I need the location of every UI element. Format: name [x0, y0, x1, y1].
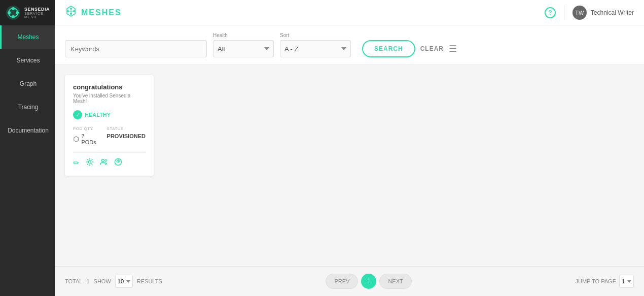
topbar-title: MESHES — [81, 8, 122, 17]
settings-icon[interactable] — [86, 158, 94, 168]
jump-label: JUMP TO PAGE — [576, 278, 617, 284]
card-title: congratulations — [73, 83, 146, 91]
sidebar: SENSEDIA SERVICE MESH Meshes Services Gr… — [0, 0, 55, 296]
sidebar-item-label: Graph — [20, 80, 37, 87]
svg-point-8 — [70, 13, 72, 15]
svg-point-3 — [12, 15, 15, 18]
status-value: PROVISIONED — [107, 133, 146, 139]
monitor-icon[interactable] — [114, 158, 122, 168]
avatar: TW — [573, 6, 587, 20]
clear-button[interactable]: CLEAR — [420, 45, 444, 52]
health-group: Health All Healthy Unhealthy — [213, 32, 274, 57]
card-info: POD QTY 7 PODs STATUS PROVISIONED — [73, 126, 146, 145]
svg-point-15 — [102, 159, 104, 162]
topbar: MESHES ? TW Technical Writer — [55, 0, 644, 25]
topbar-logo: MESHES — [65, 5, 122, 20]
svg-point-2 — [12, 7, 15, 10]
topbar-right: ? TW Technical Writer — [545, 5, 634, 20]
status-group: STATUS PROVISIONED — [107, 126, 146, 145]
sidebar-item-meshes[interactable]: Meshes — [0, 25, 55, 49]
current-page[interactable]: 1 — [361, 274, 376, 289]
filter-bar: Health All Healthy Unhealthy Sort A - Z … — [55, 25, 644, 65]
sort-select[interactable]: A - Z Z - A — [280, 40, 351, 57]
card-subtitle: You've installed Sensedia Mesh! — [73, 93, 146, 104]
health-label-text: HEALTHY — [85, 112, 111, 118]
sidebar-logo: SENSEDIA SERVICE MESH — [0, 0, 55, 25]
main-content: MESHES ? TW Technical Writer Health All … — [55, 0, 644, 296]
health-badge: ✓ HEALTHY — [73, 110, 146, 119]
mesh-card: congratulations You've installed Sensedi… — [65, 75, 154, 176]
grid-menu-icon[interactable]: ☰ — [449, 43, 457, 54]
svg-point-4 — [8, 11, 11, 14]
show-label: SHOW — [94, 278, 111, 284]
sidebar-item-label: Tracing — [18, 104, 39, 111]
sidebar-item-graph[interactable]: Graph — [0, 72, 55, 95]
user-name: Technical Writer — [591, 9, 634, 16]
next-button[interactable]: NEXT — [379, 274, 411, 289]
question-icon: ? — [548, 9, 552, 16]
total-label: TOTAL — [65, 278, 82, 284]
card-actions: ✏ — [73, 158, 146, 168]
status-label: STATUS — [107, 126, 146, 131]
svg-point-16 — [105, 159, 107, 161]
prev-button[interactable]: PREV — [326, 274, 358, 289]
sidebar-item-label: Services — [16, 57, 40, 64]
sidebar-item-services[interactable]: Services — [0, 49, 55, 72]
sidebar-nav: Meshes Services Graph Tracing Documentat… — [0, 25, 55, 296]
pod-icon — [73, 136, 79, 143]
users-icon[interactable] — [100, 158, 108, 168]
content-area: congratulations You've installed Sensedi… — [55, 65, 644, 266]
sort-group: Sort A - Z Z - A — [280, 32, 351, 57]
topbar-divider — [564, 5, 564, 20]
card-divider — [73, 152, 146, 153]
avatar-initials: TW — [575, 10, 584, 16]
pod-qty-label: POD QTY — [73, 126, 99, 131]
help-button[interactable]: ? — [545, 7, 556, 18]
results-label: RESULTS — [137, 278, 162, 284]
sidebar-item-label: Meshes — [17, 34, 39, 41]
jump-to-page: JUMP TO PAGE 1 — [576, 275, 634, 288]
svg-point-5 — [16, 11, 19, 14]
pod-qty-value: 7 PODs — [73, 133, 99, 145]
keywords-group — [65, 40, 207, 57]
health-check-icon: ✓ — [73, 110, 82, 119]
svg-point-14 — [89, 161, 91, 163]
pod-qty-group: POD QTY 7 PODs — [73, 126, 99, 145]
sort-label: Sort — [280, 32, 351, 38]
pod-qty-number: 7 PODs — [81, 133, 98, 145]
health-select[interactable]: All Healthy Unhealthy — [213, 40, 274, 57]
sidebar-item-tracing[interactable]: Tracing — [0, 95, 55, 119]
svg-point-10 — [73, 10, 75, 12]
logo-name: SENSEDIA — [24, 7, 50, 12]
user-area: TW Technical Writer — [573, 6, 634, 20]
pagination-bar: TOTAL 1 SHOW 10 25 50 RESULTS PREV 1 NEX… — [55, 266, 644, 296]
search-input[interactable] — [65, 40, 207, 57]
logo-subtitle: SERVICE MESH — [24, 12, 50, 19]
svg-marker-13 — [74, 137, 79, 142]
meshes-icon — [65, 5, 77, 20]
page-controls: PREV 1 NEXT — [166, 274, 571, 289]
filter-actions: SEARCH CLEAR ☰ — [362, 40, 457, 57]
sidebar-item-label: Documentation — [8, 127, 49, 134]
total-value: 1 — [86, 278, 89, 284]
jump-select[interactable]: 1 — [619, 275, 634, 288]
svg-point-7 — [70, 8, 72, 10]
svg-point-18 — [118, 161, 119, 163]
sidebar-item-documentation[interactable]: Documentation — [0, 119, 55, 142]
show-select[interactable]: 10 25 50 — [115, 275, 133, 288]
search-button[interactable]: SEARCH — [362, 40, 415, 57]
edit-icon[interactable]: ✏ — [73, 158, 80, 168]
health-label: Health — [213, 32, 274, 38]
svg-point-9 — [67, 10, 69, 12]
